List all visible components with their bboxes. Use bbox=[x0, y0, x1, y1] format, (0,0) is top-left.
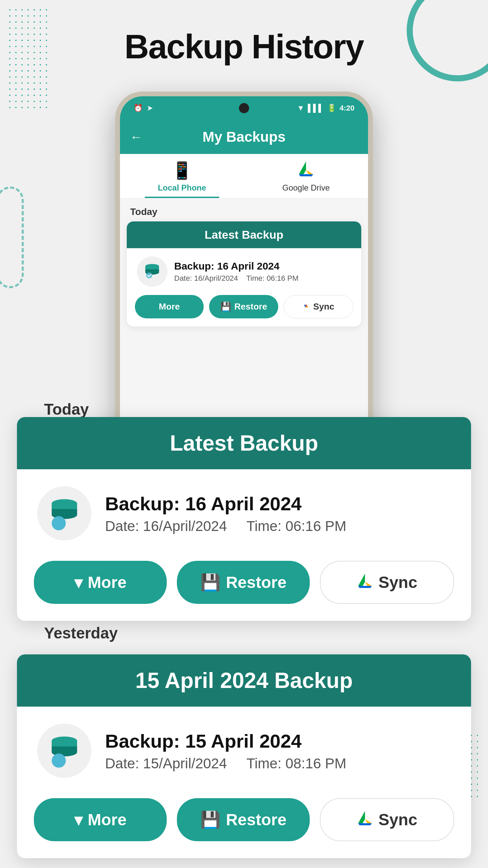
google-drive-small-icon-april15 bbox=[357, 810, 373, 829]
restore-icon-april15: 💾 bbox=[200, 810, 221, 829]
restore-button-today[interactable]: 💾 Restore bbox=[209, 295, 278, 318]
status-bar: ⏰ ➤ ▼ ▌▌▌ 🔋 4:20 bbox=[120, 96, 368, 120]
float-latest-info: Backup: 16 April 2024 Date: 16/April/202… bbox=[105, 493, 346, 534]
float-sync-button-april15[interactable]: Sync bbox=[320, 798, 454, 841]
google-drive-small-icon bbox=[357, 573, 373, 592]
database-icon-today bbox=[137, 256, 167, 287]
backup-actions-today: More 💾 Restore Sync bbox=[127, 295, 361, 327]
float-more-button-april15[interactable]: ▾ More bbox=[34, 798, 167, 841]
float-database-icon-latest bbox=[37, 486, 92, 540]
svg-point-3 bbox=[52, 516, 66, 530]
backup-card-today-header: Latest Backup bbox=[127, 221, 361, 248]
section-today-label: Today bbox=[120, 198, 368, 221]
float-latest-header-text: Latest Backup bbox=[170, 431, 318, 455]
decorative-dashes-mid-left bbox=[0, 186, 24, 288]
backup-meta-today: Date: 16/April/2024 Time: 06:16 PM bbox=[174, 274, 351, 283]
status-right-icons: ▼ ▌▌▌ 🔋 4:20 bbox=[297, 104, 354, 113]
backup-card-today-body: Backup: 16 April 2024 Date: 16/April/202… bbox=[127, 248, 361, 295]
status-left-icons: ⏰ ➤ bbox=[134, 104, 153, 113]
camera-notch bbox=[239, 103, 249, 113]
back-button[interactable]: ← bbox=[130, 130, 142, 144]
today-label-outside: Today bbox=[44, 400, 89, 418]
signal-icon: ▌▌▌ bbox=[308, 104, 324, 113]
float-latest-body: Backup: 16 April 2024 Date: 16/April/202… bbox=[17, 469, 471, 551]
tab-google-drive-label: Google Drive bbox=[282, 183, 330, 193]
float-restore-button-latest[interactable]: 💾 Restore bbox=[177, 561, 310, 604]
backup-name-today: Backup: 16 April 2024 bbox=[174, 260, 351, 272]
clock-icon: ⏰ bbox=[134, 104, 143, 113]
page-title: Backup History bbox=[0, 27, 488, 66]
svg-point-1 bbox=[146, 272, 152, 278]
float-april15-body: Backup: 15 April 2024 Date: 15/April/202… bbox=[17, 707, 471, 788]
yesterday-label: Yesterday bbox=[44, 624, 118, 642]
tab-local-phone-label: Local Phone bbox=[158, 183, 206, 193]
tab-google-drive[interactable]: Google Drive bbox=[244, 161, 368, 198]
sync-button-today[interactable]: Sync bbox=[284, 295, 353, 318]
chevron-down-icon: ▾ bbox=[74, 573, 82, 592]
float-april15-header-text: 15 April 2024 Backup bbox=[135, 668, 353, 693]
battery-icon: 🔋 bbox=[327, 104, 336, 113]
backup-card-today-header-text: Latest Backup bbox=[205, 228, 283, 241]
wifi-icon: ▼ bbox=[297, 104, 304, 113]
float-latest-name: Backup: 16 April 2024 bbox=[105, 493, 346, 515]
time-display: 4:20 bbox=[340, 104, 354, 113]
float-april15-meta: Date: 15/April/2024 Time: 08:16 PM bbox=[105, 755, 346, 772]
float-april15-actions: ▾ More 💾 Restore Sync bbox=[17, 788, 471, 858]
tab-bar: 📱 Local Phone Google Drive bbox=[120, 154, 368, 198]
floating-card-april15: 15 April 2024 Backup Backup: 15 April 20… bbox=[17, 654, 471, 858]
float-april15-info: Backup: 15 April 2024 Date: 15/April/202… bbox=[105, 730, 346, 772]
floating-card-latest: Latest Backup Backup: 16 April 2024 Date… bbox=[17, 417, 471, 621]
float-database-icon-april15 bbox=[37, 724, 92, 778]
svg-point-5 bbox=[52, 753, 66, 768]
float-latest-meta: Date: 16/April/2024 Time: 06:16 PM bbox=[105, 518, 346, 534]
backup-card-today: Latest Backup Backup: 16 April 2024 Dat bbox=[127, 221, 361, 327]
float-latest-actions: ▾ More 💾 Restore Sync bbox=[17, 551, 471, 621]
float-restore-button-april15[interactable]: 💾 Restore bbox=[177, 798, 310, 841]
navigation-icon: ➤ bbox=[147, 104, 153, 113]
local-phone-icon: 📱 bbox=[171, 161, 192, 180]
restore-icon: 💾 bbox=[200, 573, 221, 592]
float-more-button-latest[interactable]: ▾ More bbox=[34, 561, 167, 604]
float-sync-button-latest[interactable]: Sync bbox=[320, 561, 454, 604]
header-title: My Backups bbox=[202, 129, 285, 145]
tab-local-phone[interactable]: 📱 Local Phone bbox=[120, 161, 244, 198]
more-button-today[interactable]: More bbox=[135, 295, 204, 318]
chevron-down-icon-april15: ▾ bbox=[74, 810, 82, 829]
google-drive-icon bbox=[298, 161, 314, 180]
float-april15-name: Backup: 15 April 2024 bbox=[105, 730, 346, 752]
app-header: ← My Backups bbox=[120, 120, 368, 154]
float-april15-header: 15 April 2024 Backup bbox=[17, 654, 471, 707]
backup-info-today: Backup: 16 April 2024 Date: 16/April/202… bbox=[174, 260, 351, 283]
float-latest-header: Latest Backup bbox=[17, 417, 471, 469]
